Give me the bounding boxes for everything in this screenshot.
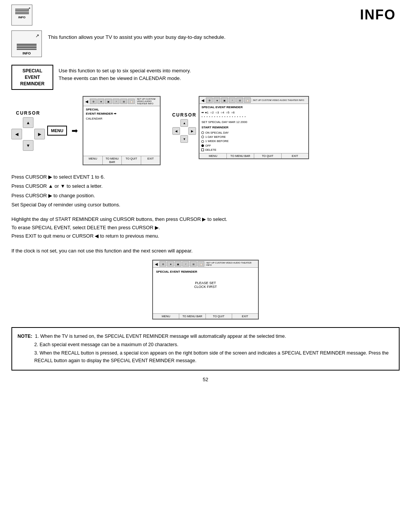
- top-icon-arrow: ↗: [27, 6, 30, 11]
- note-label: NOTE:: [18, 334, 32, 339]
- function-icon: ↗ INFO: [11, 30, 42, 57]
- rdpad-up[interactable]: ▲: [180, 119, 188, 127]
- right-tv-icon-audio: ♪: [229, 97, 236, 103]
- dpad-bottomleft: [11, 140, 22, 151]
- dpad-center: [23, 129, 33, 139]
- left-tv-nav-arrow[interactable]: ◀: [84, 99, 89, 104]
- left-tv-labels: SET UP CUSTOM VIDEO AUDIO THEATER INFO: [135, 97, 159, 105]
- instr-7: Press EXIT to quit menu or CURSOR ◀ to r…: [11, 232, 400, 240]
- diagrams-row: CURSOR ▲ ◀ ▶ ▼ MENU ➡: [11, 96, 400, 165]
- checkbox-delete: [201, 149, 204, 151]
- right-tv-icon-custom: ★: [213, 97, 220, 103]
- note-line-2: 2. Each special event message can be a m…: [18, 341, 393, 348]
- left-tv-footer-menu: MENU: [83, 156, 103, 165]
- function-icon-label: INFO: [22, 51, 31, 55]
- right-tv-icon-video: ▣: [221, 97, 228, 103]
- rdpad-down[interactable]: ▼: [180, 135, 188, 143]
- dpad-topleft: [11, 117, 22, 128]
- left-tv-content: SPECIAL EVENT REMINDER ➡ CALENDAR: [83, 106, 160, 156]
- right-tv-content: SPECIAL EVENT REMINDER ➡ ●1 ○2 ○3 ○4 ○5 …: [199, 104, 308, 153]
- right-tv-footer-quit: TO QUIT: [254, 153, 282, 158]
- left-tv-menubar: ◀ ⚙ ★ ▣ ♪ ⊞ 📋 SET UP CUSTOM VIDEO AUDIO …: [83, 97, 160, 106]
- left-tv-icon-setup: ⚙: [90, 99, 97, 104]
- function-icon-arrow: ↗: [35, 33, 39, 38]
- third-tv-please-set: PLEASE SET: [156, 281, 255, 285]
- right-diagram: CURSOR ▲ ◀ ▶ ▼ ◀ ⚙ ★: [172, 96, 309, 159]
- left-tv-icon-info: 📋: [128, 99, 135, 104]
- event-label-box: SPECIAL EVENT REMINDER: [11, 65, 53, 90]
- dpad-right[interactable]: ▶: [34, 129, 45, 139]
- note-line-3: 3. When the RECALL button is pressed, a …: [18, 349, 393, 364]
- note-line-1: NOTE: 1. When the TV is turned on, the S…: [18, 332, 393, 340]
- dpad-left[interactable]: ◀: [11, 129, 22, 139]
- right-tv-start-reminder: START REMINDER: [201, 125, 306, 130]
- event-label-row: SPECIAL EVENT REMINDER Use this function…: [11, 65, 400, 90]
- instructions-block2: Highlight the day of START REMINDER usin…: [11, 215, 400, 240]
- right-tv-icon-setup: ⚙: [206, 97, 213, 103]
- left-diagram: CURSOR ▲ ◀ ▶ ▼ MENU ➡: [11, 96, 161, 165]
- dpad-up[interactable]: ▲: [23, 117, 33, 128]
- menu-button[interactable]: MENU: [47, 126, 67, 136]
- rdpad-bottomleft: [172, 135, 180, 143]
- instr-3: Press CURSOR ▶ to change position.: [11, 192, 400, 200]
- third-tv-footer-exit: EXIT: [232, 314, 258, 319]
- radio-on-special-day: [201, 131, 204, 134]
- third-tv-footer-quit: TO QUIT: [206, 314, 232, 319]
- right-tv-footer: MENU TO MENU BAR TO QUIT EXIT: [199, 153, 308, 158]
- right-tv-stars: * * * * * * * * * * * * * * * * * *: [201, 115, 306, 120]
- main-content: ↗ INFO This function allows your TV to a…: [11, 30, 400, 382]
- left-tv-footer-menubar: TO MENU BAR: [103, 156, 122, 165]
- right-tv-labels: SET UP CUSTOM VIDEO AUDIO THEATER INFO: [252, 99, 305, 102]
- third-tv-footer-menu: MENU: [153, 314, 179, 319]
- left-tv-special: SPECIAL: [86, 108, 158, 111]
- third-tv-footer-menubar: TO MENU BAR: [179, 314, 206, 319]
- page-title: INFO: [360, 7, 396, 23]
- third-tv-header: SPECIAL EVENT REMINDER: [156, 270, 255, 273]
- function-description: This function allows your TV to assist y…: [48, 30, 225, 41]
- dpad-down[interactable]: ▼: [23, 140, 33, 151]
- right-dpad: ▲ ◀ ▶ ▼: [172, 119, 196, 143]
- left-tv-footer: MENU TO MENU BAR TO QUIT EXIT: [83, 156, 160, 165]
- right-tv-icon-info: 📋: [244, 97, 251, 103]
- third-tv-icon-info: 📋: [198, 261, 204, 267]
- right-tv-icon-theater: ⊞: [236, 97, 243, 103]
- event-label-desc: Use this function to set up to six speci…: [53, 65, 196, 84]
- rdpad-right[interactable]: ▶: [188, 127, 196, 135]
- instr-2: Press CURSOR ▲ or ▼ to select a letter.: [11, 182, 400, 190]
- right-tv-footer-menubar: TO MENU BAR: [227, 153, 254, 158]
- left-tv-calendar: CALENDAR: [86, 117, 158, 120]
- right-tv-opt5: DELETE: [201, 148, 306, 152]
- instr-1: Press CURSOR ▶ to select EVENT 1 to 6.: [11, 173, 400, 181]
- instr-6: To erase SPECIAL EVENT, select DELETE th…: [11, 224, 400, 232]
- top-info-icon: ↗ INFO: [11, 5, 32, 26]
- menu-arrow-block: MENU ➡: [47, 126, 80, 136]
- radio-1-week-before: [201, 140, 204, 143]
- third-tv-icon-setup: ⚙: [159, 261, 166, 267]
- right-tv-event-numbers: ➡ ●1 ○2 ○3 ○4 ○5 ○6: [201, 110, 306, 115]
- cursor-label-right: CURSOR: [172, 112, 196, 118]
- third-tv-labels: SET UP CUSTOM VIDEO AUDIO THEATER INFO: [205, 261, 257, 267]
- third-tv-footer: MENU TO MENU BAR TO QUIT EXIT: [153, 313, 258, 319]
- menu-arrow: ➡: [72, 126, 78, 135]
- left-tv-footer-quit: TO QUIT: [122, 156, 141, 165]
- right-tv-footer-menu: MENU: [199, 153, 227, 158]
- third-tv-clock-first: CLOCK FIRST: [156, 285, 255, 289]
- instr-5: Highlight the day of START REMINDER usin…: [11, 215, 400, 224]
- dpad-bottomright: [34, 140, 45, 151]
- left-tv-footer-exit: EXIT: [141, 156, 160, 165]
- instr-4: Set Special Day of reminder using cursor…: [11, 201, 400, 209]
- note-box: NOTE: 1. When the TV is turned on, the S…: [11, 327, 400, 371]
- instructions-block1: Press CURSOR ▶ to select EVENT 1 to 6. P…: [11, 173, 400, 209]
- third-tv-nav-arrow[interactable]: ◀: [154, 262, 159, 267]
- rdpad-topleft: [172, 119, 180, 127]
- third-tv-menubar: ◀ ⚙ ★ ▣ ♪ ⊞ 📋 SET UP CUSTOM VIDEO AUDIO …: [153, 260, 258, 268]
- third-tv-screen: ◀ ⚙ ★ ▣ ♪ ⊞ 📋 SET UP CUSTOM VIDEO AUDIO …: [152, 260, 259, 320]
- right-tv-nav-arrow[interactable]: ◀: [201, 98, 205, 103]
- left-cursor-block: CURSOR ▲ ◀ ▶ ▼: [11, 110, 45, 151]
- third-tv-icon-video: ▣: [175, 261, 182, 267]
- clock-note: If the clock is not set, you can not use…: [11, 248, 400, 254]
- third-screen-container: ◀ ⚙ ★ ▣ ♪ ⊞ 📋 SET UP CUSTOM VIDEO AUDIO …: [11, 260, 400, 320]
- third-tv-icon-audio: ♪: [182, 261, 189, 267]
- cursor-label-left: CURSOR: [16, 110, 40, 116]
- rdpad-left[interactable]: ◀: [172, 127, 180, 135]
